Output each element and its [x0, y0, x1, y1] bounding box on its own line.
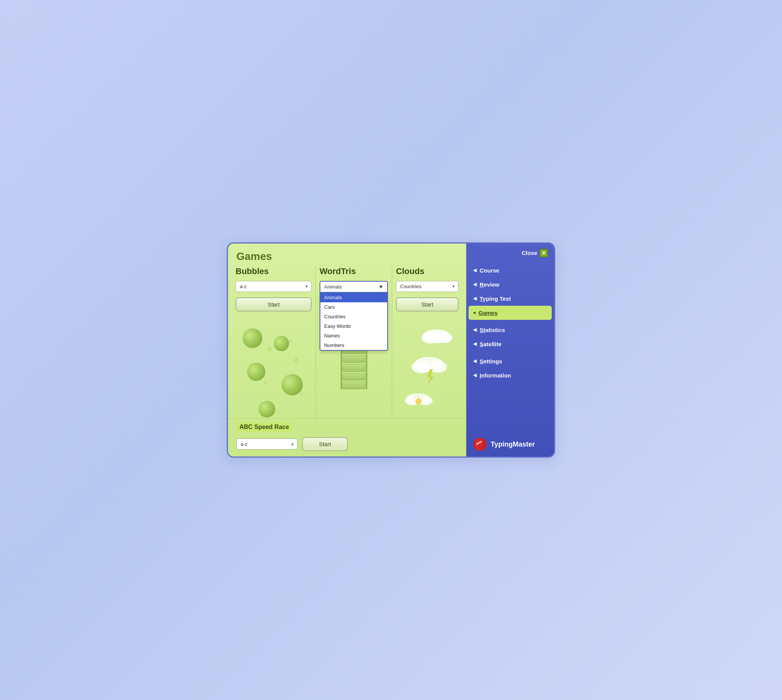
sidebar-item-information[interactable]: ◀ Information [466, 368, 554, 382]
settings-label: Settings [480, 358, 502, 365]
clouds-select-wrapper[interactable]: Countries Animals Cars Easy Words Names … [396, 281, 459, 292]
tris-well-block-5 [343, 373, 366, 380]
review-label: Review [480, 281, 500, 288]
course-label: Course [480, 267, 500, 274]
wordtris-dropdown-trigger[interactable]: Animals ▼ [319, 281, 388, 293]
bubbles-select[interactable]: a-z A-Z 0-9 [236, 281, 312, 292]
sidebar: Close ✕ ◀ Course ◀ Review ◀ Typing Test [466, 243, 554, 457]
clouds-select[interactable]: Countries Animals Cars Easy Words Names … [396, 281, 459, 292]
clouds-title: Clouds [396, 267, 459, 276]
typing-test-label: Typing Test [480, 295, 511, 302]
dropdown-item-names[interactable]: Names [320, 331, 387, 340]
settings-arrow-icon: ◀ [473, 358, 476, 364]
abc-speed-race-section: ABC Speed Race a-z A-Z Start [228, 418, 466, 457]
sidebar-item-typing-test[interactable]: ◀ Typing Test [466, 292, 554, 306]
clouds-column: Clouds Countries Animals Cars Easy Words… [392, 267, 463, 418]
abc-title: ABC Speed Race [236, 423, 292, 432]
statistics-arrow-icon: ◀ [473, 327, 476, 332]
close-button[interactable]: ✕ [540, 249, 548, 257]
games-columns: Bubbles a-z A-Z 0-9 Start [228, 267, 466, 418]
bubbles-title: Bubbles [236, 267, 312, 276]
sidebar-item-games[interactable]: ◂ Games [468, 306, 552, 320]
bubble-1 [242, 328, 262, 348]
tris-well-block-4 [343, 364, 366, 372]
svg-point-2 [437, 333, 453, 343]
tris-well-block-3 [343, 355, 366, 363]
abc-select-wrapper[interactable]: a-z A-Z [236, 438, 297, 450]
typingmaster-logo-text: TypingMaster [491, 440, 535, 448]
games-label: Games [478, 310, 498, 316]
game-area: Games Bubbles a-z A-Z 0-9 Start [228, 243, 466, 457]
satellite-label: Satellite [480, 341, 502, 347]
svg-point-4 [412, 361, 430, 373]
wordtris-dropdown[interactable]: Animals ▼ Animals Cars Countries Easy Wo… [319, 281, 388, 293]
typingmaster-logo-icon [473, 437, 487, 451]
svg-point-1 [421, 332, 439, 343]
sidebar-header: Close ✕ [466, 243, 554, 261]
wordtris-title: WordTris [319, 267, 388, 276]
close-area[interactable]: Close ✕ [521, 249, 548, 257]
main-window: Games Bubbles a-z A-Z 0-9 Start [227, 242, 555, 458]
diamond-1 [267, 347, 271, 351]
wordtris-column: WordTris Animals ▼ Animals Cars Countrie… [316, 267, 392, 418]
dropdown-item-countries[interactable]: Countries [320, 312, 387, 322]
dropdown-item-easy-words[interactable]: Easy Words [320, 322, 387, 331]
bubbles-select-wrapper[interactable]: a-z A-Z 0-9 [236, 281, 312, 292]
svg-point-10 [416, 398, 421, 404]
sidebar-item-review[interactable]: ◀ Review [466, 277, 554, 292]
sidebar-item-satellite[interactable]: ◀ Satellite [466, 337, 554, 351]
review-arrow-icon: ◀ [473, 282, 476, 287]
close-label: Close [521, 250, 537, 256]
course-arrow-icon: ◀ [473, 268, 476, 273]
dot-2 [264, 382, 266, 383]
clouds-decoration [396, 317, 459, 418]
dropdown-item-animals[interactable]: Animals [320, 293, 387, 302]
dot-3 [301, 393, 302, 395]
diamond-2 [294, 358, 298, 362]
clouds-svg [396, 317, 459, 418]
games-arrow-icon: ◂ [473, 310, 475, 315]
abc-select[interactable]: a-z A-Z [236, 438, 297, 450]
typing-test-arrow-icon: ◀ [473, 296, 476, 301]
information-arrow-icon: ◀ [473, 373, 476, 378]
tris-well-block-6 [343, 382, 366, 389]
clouds-start-button[interactable]: Start [396, 297, 459, 312]
bubbles-start-button[interactable]: Start [236, 297, 312, 312]
bubble-3 [247, 363, 266, 381]
statistics-label: Statistics [480, 327, 505, 333]
sidebar-bottom: TypingMaster [466, 432, 554, 457]
bubbles-decoration [236, 317, 312, 418]
nav-list: ◀ Course ◀ Review ◀ Typing Test ◂ Games … [466, 261, 554, 382]
abc-start-button[interactable]: Start [302, 437, 348, 451]
sidebar-item-statistics[interactable]: ◀ Statistics [466, 323, 554, 337]
satellite-arrow-icon: ◀ [473, 341, 476, 347]
bubble-5 [259, 401, 275, 418]
window-title: Games [228, 243, 466, 267]
bubbles-column: Bubbles a-z A-Z 0-9 Start [232, 267, 316, 418]
information-label: Information [480, 372, 511, 378]
sidebar-item-course[interactable]: ◀ Course [466, 263, 554, 277]
wordtris-dropdown-list: Animals Cars Countries Easy Words Names … [319, 293, 388, 351]
wordtris-dropdown-arrow: ▼ [378, 284, 383, 290]
svg-point-16 [477, 439, 485, 450]
wordtris-selected-value: Animals [324, 284, 342, 290]
sidebar-item-settings[interactable]: ◀ Settings [466, 354, 554, 368]
dropdown-item-cars[interactable]: Cars [320, 302, 387, 312]
bubble-4 [281, 374, 303, 395]
close-icon: ✕ [541, 250, 546, 256]
bubble-2 [274, 336, 289, 351]
dropdown-item-numbers[interactable]: Numbers [320, 340, 387, 350]
dot-1 [289, 340, 291, 342]
